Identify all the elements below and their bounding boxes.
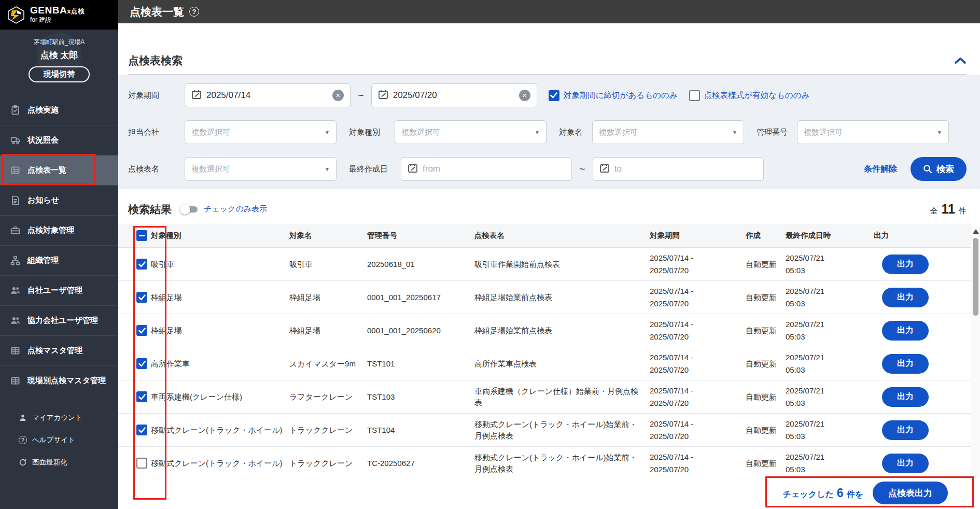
sidebar-item-5[interactable]: 組織管理 bbox=[0, 245, 118, 275]
period-from-value: 2025/07/14 bbox=[206, 90, 328, 101]
sidebar-footer-menu: マイアカウント?ヘルプサイト画面最新化 bbox=[0, 399, 118, 473]
checkbox-checked-icon[interactable] bbox=[549, 90, 559, 101]
chevron-down-icon: ▼ bbox=[535, 130, 540, 135]
cell-sheet-name: 枠組足場始業前点検表 bbox=[474, 325, 650, 336]
calendar-icon bbox=[408, 163, 418, 175]
target-type-select[interactable]: 複数選択可▼ bbox=[395, 120, 547, 144]
clear-icon[interactable]: × bbox=[332, 90, 344, 101]
checked-only-toggle[interactable] bbox=[180, 204, 200, 215]
export-sheets-button[interactable]: 点検表出力 bbox=[873, 482, 948, 504]
collapse-chevron-up-icon[interactable] bbox=[954, 56, 967, 65]
row-checkbox-checked-icon[interactable] bbox=[136, 325, 147, 336]
control-number-select[interactable]: 複数選択可▼ bbox=[797, 120, 949, 144]
sidebar-item-label: 組織管理 bbox=[27, 256, 59, 265]
sidebar-item-3[interactable]: お知らせ bbox=[0, 185, 118, 215]
bottom-action-bar: チェックした6件を 点検表出力 bbox=[118, 477, 980, 509]
sidebar-item-label: お知らせ bbox=[27, 195, 59, 205]
clear-conditions-link[interactable]: 条件解除 bbox=[864, 164, 897, 175]
checkbox-unchecked-icon[interactable] bbox=[689, 90, 700, 101]
cell-target-name: ラフタークレーン bbox=[289, 391, 367, 403]
users-icon bbox=[10, 315, 21, 326]
cell-target-type: 移動式クレーン(トラック・ホイール) bbox=[151, 425, 289, 436]
calendar-icon bbox=[599, 163, 610, 175]
search-button[interactable]: 検索 bbox=[911, 157, 967, 181]
sidebar-footer-item-2[interactable]: 画面最新化 bbox=[0, 451, 118, 473]
checked-only-toggle-label[interactable]: チェックのみ表示 bbox=[204, 204, 267, 214]
output-button[interactable]: 出力 bbox=[882, 420, 929, 440]
created-to-placeholder: to bbox=[614, 164, 757, 174]
row-checkbox-checked-icon[interactable] bbox=[136, 292, 147, 303]
cell-target-type: 枠組足場 bbox=[151, 325, 289, 336]
cell-last-created: 2025/07/2105:03 bbox=[786, 252, 866, 276]
sidebar-footer-item-0[interactable]: マイアカウント bbox=[0, 406, 118, 429]
status-truck-icon bbox=[10, 135, 21, 146]
cell-created: 自動更新 bbox=[746, 458, 786, 469]
row-checkbox-unchecked-icon[interactable] bbox=[136, 458, 147, 469]
sidebar-item-8[interactable]: 点検マスタ管理 bbox=[0, 335, 118, 365]
table-row: 移動式クレーン(トラック・ホイール)トラッククレーンTST104移動式クレーン(… bbox=[118, 414, 971, 447]
row-checkbox-checked-icon[interactable] bbox=[136, 259, 147, 270]
period-from-input[interactable]: 2025/07/14 × bbox=[185, 83, 351, 107]
sidebar-item-7[interactable]: 協力会社ユーザ管理 bbox=[0, 305, 118, 335]
output-button[interactable]: 出力 bbox=[882, 288, 929, 307]
period-to-input[interactable]: 2025/07/20 × bbox=[371, 83, 537, 107]
row-checkbox-checked-icon[interactable] bbox=[136, 358, 147, 369]
sheet-name-select[interactable]: 複数選択可▼ bbox=[185, 157, 337, 181]
output-button[interactable]: 出力 bbox=[882, 321, 929, 341]
target-name-select[interactable]: 複数選択可▼ bbox=[592, 120, 744, 144]
clear-icon[interactable]: × bbox=[519, 90, 530, 101]
col-sheet-name: 点検表名 bbox=[474, 230, 650, 241]
row-checkbox-checked-icon[interactable] bbox=[136, 391, 147, 402]
page-help-icon[interactable]: ? bbox=[189, 7, 199, 17]
checked-count-text: チェックした6件を bbox=[783, 486, 863, 500]
valid-format-only-checkbox[interactable]: 点検表様式が有効なもののみ bbox=[689, 90, 810, 101]
table-row: 枠組足場枠組足場0001_001_20250617枠組足場始業前点検表2025/… bbox=[118, 281, 971, 314]
sidebar-item-4[interactable]: 点検対象管理 bbox=[0, 215, 118, 245]
user-name: 点検 太郎 bbox=[0, 49, 118, 61]
select-all-checkbox-indeterminate[interactable] bbox=[136, 230, 147, 241]
search-form-panel: 対象期間 2025/07/14 × ~ 2025/07/20 × 対象期間に締切… bbox=[118, 75, 980, 189]
cell-target-type: 吸引車 bbox=[151, 259, 289, 270]
cell-target-type: 移動式クレーン(トラック・ホイール) bbox=[151, 458, 289, 469]
table-body: 吸引車吸引車20250618_01吸引車作業開始前点検表2025/07/14 -… bbox=[118, 248, 980, 480]
site-switch-button[interactable]: 現場切替 bbox=[29, 66, 90, 82]
sidebar-item-0[interactable]: 点検実施 bbox=[0, 95, 118, 125]
scroll-up-icon[interactable] bbox=[973, 229, 979, 234]
cell-target-name: スカイマスター9m bbox=[289, 358, 367, 370]
output-button[interactable]: 出力 bbox=[882, 354, 929, 374]
sidebar-item-6[interactable]: 自社ユーザ管理 bbox=[0, 275, 118, 305]
scrollbar-thumb[interactable] bbox=[973, 238, 978, 316]
sidebar: GENBAx点検 for 建設 茅場町駅前_現場A 点検 太郎 現場切替 点検実… bbox=[0, 0, 118, 509]
sheet-list-icon bbox=[10, 165, 21, 176]
cell-period: 2025/07/14 -2025/07/20 bbox=[650, 252, 746, 276]
cell-target-name: 吸引車 bbox=[289, 259, 367, 270]
created-to-input[interactable]: to bbox=[593, 157, 764, 181]
cell-target-name: トラッククレーン bbox=[289, 458, 367, 469]
cell-control-number: TST101 bbox=[367, 358, 474, 370]
sidebar-item-1[interactable]: 状況照会 bbox=[0, 125, 118, 155]
output-button[interactable]: 出力 bbox=[882, 254, 929, 274]
company-select[interactable]: 複数選択可▼ bbox=[185, 120, 337, 144]
row-checkbox-checked-icon[interactable] bbox=[136, 425, 147, 435]
table-row: 吸引車吸引車20250618_01吸引車作業開始前点検表2025/07/14 -… bbox=[118, 248, 971, 281]
app-logo: GENBAx点検 for 建設 bbox=[0, 0, 118, 30]
sidebar-item-9[interactable]: 現場別点検マスタ管理 bbox=[0, 365, 118, 395]
cell-control-number: TST104 bbox=[367, 425, 474, 436]
created-from-input[interactable]: from bbox=[401, 157, 572, 181]
sidebar-item-label: 点検対象管理 bbox=[27, 225, 74, 235]
output-button[interactable]: 出力 bbox=[882, 454, 929, 473]
sidebar-item-2[interactable]: 点検表一覧 bbox=[0, 155, 118, 185]
page-title: 点検表一覧 bbox=[130, 5, 184, 19]
col-last-created: 最終作成日時 bbox=[786, 230, 866, 241]
deadline-only-checkbox[interactable]: 対象期間に締切があるもののみ bbox=[549, 90, 678, 101]
topbar: 点検表一覧 ? bbox=[118, 0, 980, 23]
total-count: 全11件 bbox=[930, 202, 967, 217]
site-name: 茅場町駅前_現場A bbox=[0, 38, 118, 47]
sidebar-item-label: 協力会社ユーザ管理 bbox=[27, 316, 98, 326]
table-grid-icon bbox=[10, 375, 21, 386]
vertical-scrollbar[interactable] bbox=[971, 227, 980, 509]
sidebar-footer-item-1[interactable]: ?ヘルプサイト bbox=[0, 429, 118, 451]
results-header: 検索結果 チェックのみ表示 全11件 bbox=[128, 202, 967, 217]
output-button[interactable]: 出力 bbox=[882, 387, 929, 407]
search-section-header: 点検表検索 bbox=[128, 53, 967, 75]
